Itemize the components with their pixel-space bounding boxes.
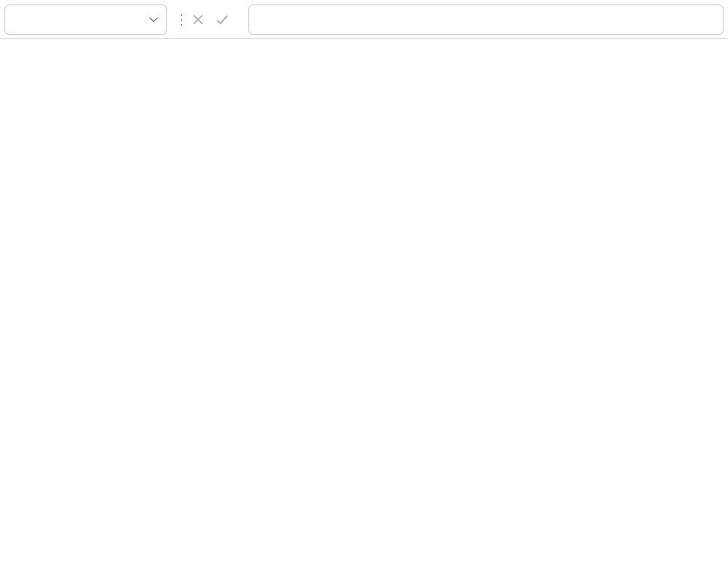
check-icon [215, 12, 230, 27]
cancel-formula-button[interactable] [187, 6, 209, 33]
dots-icon: ⋮ [173, 16, 185, 23]
chevron-down-icon [148, 14, 159, 25]
formula-bar: ⋮ [0, 0, 728, 39]
name-box-dropdown[interactable] [141, 5, 166, 34]
accept-formula-button[interactable] [211, 6, 233, 33]
close-icon [191, 13, 205, 26]
formula-controls: ⋮ [173, 5, 242, 35]
name-box[interactable] [5, 5, 141, 34]
name-box-container [5, 5, 167, 35]
formula-input[interactable] [248, 5, 723, 35]
